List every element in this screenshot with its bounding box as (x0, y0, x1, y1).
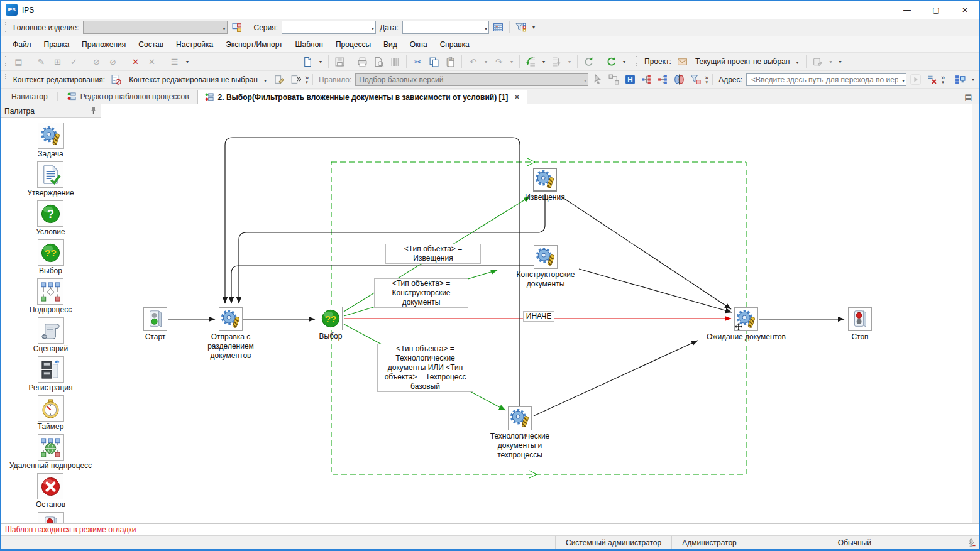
goto-object-icon[interactable] (524, 55, 538, 68)
context-more-doc-icon[interactable] (289, 73, 303, 86)
address-go-icon[interactable] (908, 73, 923, 86)
context-edit-doc-icon[interactable] (272, 73, 287, 86)
series-combo[interactable] (282, 21, 376, 34)
delete-icon[interactable]: ✕ (128, 55, 143, 68)
menu-help[interactable]: Справка (434, 38, 475, 52)
menu-applications[interactable]: Приложения (76, 38, 131, 52)
chevron-down-icon[interactable] (530, 21, 537, 34)
apply-edit-icon[interactable]: ✓ (67, 55, 81, 68)
barcode-icon[interactable] (388, 55, 402, 68)
palette-item-scenario[interactable]: Сценарий (33, 317, 68, 353)
address-input[interactable] (750, 75, 900, 85)
print-icon[interactable] (355, 55, 370, 68)
menu-windows[interactable]: Окна (404, 38, 433, 52)
node-wait-documents[interactable]: Ожидание документов (734, 307, 758, 331)
node-send-with-split[interactable]: Отправка с разделением документов (219, 307, 243, 331)
chevron-down-icon[interactable] (482, 55, 490, 68)
toolbar-overflow-icon[interactable] (305, 75, 309, 84)
rule-combo[interactable]: Подбор базовых версий (355, 73, 588, 86)
palette-item-halt[interactable]: Останов (36, 473, 65, 509)
redo-icon[interactable]: ↷ (492, 55, 506, 68)
refresh-all-icon[interactable] (604, 55, 619, 68)
chevron-down-icon[interactable] (372, 23, 374, 32)
copy-icon[interactable] (427, 55, 441, 68)
menu-export-import[interactable]: Экспорт/Импорт (220, 38, 288, 52)
minimize-button[interactable]: — (893, 1, 922, 19)
menu-processes[interactable]: Процессы (330, 38, 377, 52)
condition-label-tech-docs[interactable]: <Тип объекта> = Технологические документ… (377, 344, 473, 392)
condition-label-notices[interactable]: <Тип объекта> = Извещения (385, 244, 481, 264)
node-notices[interactable]: Извещения (533, 168, 557, 192)
tab-close-icon[interactable]: ✕ (514, 94, 519, 101)
chevron-down-icon[interactable] (836, 55, 844, 68)
palette-item-remote-subprocess[interactable]: Удаленный подпроцесс (9, 434, 92, 470)
cancel-all-icon[interactable]: ⊘ (106, 55, 120, 68)
pin-icon[interactable] (90, 107, 97, 115)
refresh-icon[interactable] (581, 55, 596, 68)
print-preview-icon[interactable] (372, 55, 386, 68)
clear-filter-icon[interactable] (925, 73, 939, 86)
project-settings-icon[interactable] (810, 55, 825, 68)
chevron-down-icon[interactable] (827, 55, 834, 68)
tab-choice-filter[interactable]: 2. Выбор(Фильтровать вложенные документы… (197, 90, 527, 104)
menu-edit[interactable]: Правка (38, 38, 75, 52)
chevron-down-icon[interactable] (540, 55, 548, 68)
chevron-down-icon[interactable] (485, 23, 487, 32)
node-choice[interactable]: Выбор (319, 307, 343, 330)
cancel-edit-icon[interactable]: ⊘ (89, 55, 104, 68)
canvas-scrollbar[interactable] (972, 104, 979, 523)
edit-icon[interactable]: ✎ (34, 55, 48, 68)
palette-item-stop[interactable]: Стоп (38, 512, 64, 523)
node-start[interactable]: Старт (143, 307, 167, 331)
expand-tree-icon[interactable] (639, 73, 654, 86)
hierarchy-mode-button[interactable]: H (623, 73, 637, 86)
microphone-icon[interactable] (962, 536, 979, 549)
toolbar-overflow-icon[interactable] (705, 75, 708, 84)
node-stop[interactable]: Стоп (848, 307, 872, 331)
goto-from-object-icon[interactable] (549, 55, 564, 68)
palette-item-task[interactable]: Задача (38, 123, 64, 158)
product-structure-icon[interactable] (229, 21, 244, 34)
select-cursor-icon[interactable] (590, 73, 605, 86)
calendar-icon[interactable] (491, 21, 505, 34)
tab-navigator[interactable]: Навигатор (4, 89, 55, 104)
date-combo[interactable] (402, 21, 489, 34)
address-combo[interactable] (746, 73, 906, 86)
filter-icon[interactable] (514, 21, 528, 34)
toolbar-grip[interactable] (5, 22, 8, 33)
palette-item-approval[interactable]: Утверждение (27, 161, 74, 197)
project-dropdown[interactable]: Текущий проект не выбран (691, 55, 803, 68)
edit-context-dropdown[interactable]: Контекст редактирования не выбран (125, 73, 270, 87)
tab-list-icon[interactable]: ▤ (961, 90, 976, 104)
chevron-down-icon[interactable] (223, 23, 226, 32)
menu-settings[interactable]: Настройка (170, 38, 219, 52)
flip-view-icon[interactable] (672, 73, 686, 86)
chevron-down-icon[interactable] (620, 55, 628, 68)
chevron-down-icon[interactable] (566, 55, 573, 68)
toolbar-overflow-icon[interactable] (941, 75, 945, 84)
node-tech-docs[interactable]: Технологические документы и техпроцессы (508, 406, 532, 430)
toolbar-grip[interactable] (5, 56, 8, 67)
edit-copy-icon[interactable]: ⊞ (50, 55, 65, 68)
project-envelope-icon[interactable] (675, 55, 690, 68)
maximize-button[interactable]: ▢ (922, 1, 950, 19)
edit-context-icon[interactable] (109, 73, 123, 86)
menu-file[interactable]: Файл (7, 38, 37, 52)
toolbar-grip[interactable] (636, 56, 639, 67)
sort-list-icon[interactable]: ☰ (167, 55, 182, 68)
menu-view[interactable]: Вид (378, 38, 403, 52)
palette-item-registration[interactable]: Регистрация (28, 356, 72, 392)
cut-icon[interactable]: ✂ (410, 55, 425, 68)
menu-structure[interactable]: Состав (133, 38, 169, 52)
palette-item-choice[interactable]: Выбор (38, 239, 64, 275)
undo-icon[interactable]: ↶ (466, 55, 480, 68)
chevron-down-icon[interactable] (902, 75, 905, 84)
tab-process-template-editor[interactable]: Редактор шаблонов процессов (60, 89, 196, 104)
new-document-icon[interactable] (300, 55, 315, 68)
link-objects-icon[interactable] (607, 73, 621, 86)
paste-icon[interactable] (443, 55, 458, 68)
palette-item-timer[interactable]: Таймер (38, 395, 64, 431)
node-design-docs[interactable]: Конструкторские документы (534, 245, 558, 269)
window-layout-icon[interactable] (953, 73, 967, 86)
main-product-combo[interactable] (83, 21, 228, 34)
